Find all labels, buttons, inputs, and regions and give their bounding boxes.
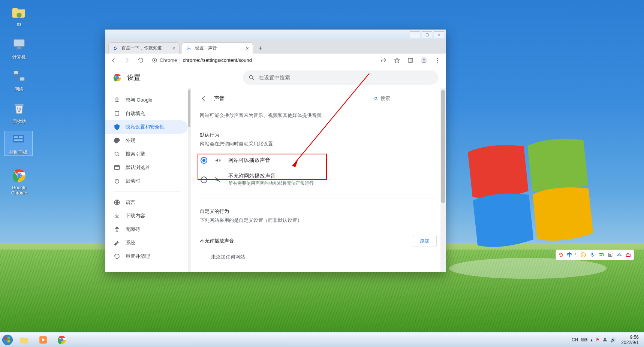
radio-block-sound[interactable]: 不允许网站播放声音 所有需要使用声音的功能都将无法正常运行 xyxy=(200,168,437,191)
share-button[interactable] xyxy=(378,55,389,66)
page-search-input[interactable] xyxy=(380,96,436,101)
side-nav-scrollbar[interactable] xyxy=(188,88,191,272)
forward-button[interactable] xyxy=(122,55,132,66)
skin-icon[interactable] xyxy=(607,251,614,258)
svg-rect-19 xyxy=(592,253,593,255)
nav-accessibility[interactable]: 无障碍 xyxy=(105,223,188,236)
minimize-button[interactable]: — xyxy=(410,31,420,38)
address-bar[interactable]: Chrome | chrome://settings/content/sound xyxy=(149,57,375,63)
hanger-icon[interactable] xyxy=(616,251,623,258)
bookmark-button[interactable] xyxy=(392,55,402,66)
tray-flag-icon[interactable]: ⚑ xyxy=(596,337,600,343)
computer-icon xyxy=(11,36,27,52)
custom-behavior-subtitle: 下列网站采用的是自定义设置（而非默认设置） xyxy=(200,217,437,224)
tray-language-indicator[interactable]: CH xyxy=(572,337,578,343)
content-scrollbar[interactable] xyxy=(440,88,446,272)
tray-volume-icon[interactable]: 🔊 xyxy=(610,337,616,343)
nav-default-browser[interactable]: 默认浏览器 xyxy=(105,161,188,174)
radio-button[interactable] xyxy=(201,157,207,164)
nav-search-engine[interactable]: 搜索引擎 xyxy=(105,147,188,161)
browser-icon xyxy=(114,164,120,171)
nav-downloads[interactable]: 下载内容 xyxy=(105,209,188,223)
ime-mode-label[interactable]: 中 xyxy=(567,251,572,258)
close-window-button[interactable]: ✕ xyxy=(434,31,444,38)
desktop-icon-label: 计算机 xyxy=(12,54,26,60)
task-explorer[interactable] xyxy=(15,333,33,347)
svg-point-16 xyxy=(581,253,586,257)
nav-label: 自动填充 xyxy=(126,110,145,117)
svg-line-44 xyxy=(118,155,119,156)
radio-allow-sound[interactable]: 网站可以播放声音 xyxy=(200,153,437,168)
back-button[interactable] xyxy=(200,95,207,102)
system-tray[interactable]: CH ⌨ ▴ ⚑ 🖧 🔊 9:56 2022/9/1 xyxy=(572,333,644,347)
task-chrome[interactable] xyxy=(53,333,71,347)
desktop-icon-label: ns xyxy=(17,22,22,27)
svg-rect-8 xyxy=(14,136,18,138)
settings-content[interactable]: 声音 网站可能会播放声音来为音乐、视频和其他媒体提供音频 默认行为 网站会在您访… xyxy=(191,88,440,272)
desktop[interactable]: ns 计算机 网络 回收站 控制面板 Google Chrome xyxy=(0,0,644,347)
svg-rect-6 xyxy=(15,104,23,105)
search-icon xyxy=(374,96,378,101)
tab-strip[interactable]: 百度一下，你就知道 × 设置 - 声音 × + xyxy=(105,40,446,54)
desktop-icon-recycle-bin[interactable]: 回收站 xyxy=(5,100,33,125)
desktop-icon-network[interactable]: 网络 xyxy=(5,68,33,93)
svg-rect-3 xyxy=(16,49,22,50)
toolbox-icon[interactable] xyxy=(625,251,632,258)
settings-side-nav[interactable]: 您与 Google 自动填充 隐私设置和安全性 外观 搜索引擎 默认浏览器 启动… xyxy=(105,88,188,272)
side-panel-button[interactable] xyxy=(405,55,416,66)
nav-on-startup[interactable]: 启动时 xyxy=(105,174,188,188)
scrollbar-thumb[interactable] xyxy=(441,90,445,203)
close-tab-button[interactable]: × xyxy=(172,45,175,51)
nav-you-and-google[interactable]: 您与 Google xyxy=(105,93,188,107)
wrench-icon xyxy=(114,239,120,246)
settings-search-box[interactable] xyxy=(243,70,438,85)
nav-autofill[interactable]: 自动填充 xyxy=(105,107,188,120)
globe-icon xyxy=(114,199,120,206)
nav-privacy-security[interactable]: 隐私设置和安全性 xyxy=(105,120,188,134)
svg-rect-5 xyxy=(20,77,25,81)
desktop-icon-label: 回收站 xyxy=(12,119,26,124)
tab-baidu[interactable]: 百度一下，你就知道 × xyxy=(108,42,180,54)
svg-line-54 xyxy=(377,99,377,100)
desktop-icon-computer[interactable]: 计算机 xyxy=(5,36,33,60)
page-search-box[interactable] xyxy=(373,95,437,102)
start-button[interactable] xyxy=(0,332,15,347)
back-button[interactable] xyxy=(108,55,119,66)
new-tab-button[interactable]: + xyxy=(255,43,266,54)
tab-settings-sound[interactable]: 设置 - 声音 × xyxy=(182,42,253,54)
add-blocked-site-button[interactable]: 添加 xyxy=(413,235,437,247)
nav-system[interactable]: 系统 xyxy=(105,236,188,250)
menu-button[interactable] xyxy=(432,55,443,66)
radio-button[interactable] xyxy=(201,176,207,183)
tray-ime-icon[interactable]: ⌨ xyxy=(581,337,587,343)
maximize-button[interactable]: ▢ xyxy=(422,31,432,38)
desktop-icon-control-panel[interactable]: 控制面板 xyxy=(4,131,32,156)
taskbar[interactable]: CH ⌨ ▴ ⚑ 🖧 🔊 9:56 2022/9/1 xyxy=(0,332,644,347)
folder-icon xyxy=(11,4,27,20)
window-titlebar[interactable]: — ▢ ✕ xyxy=(105,30,446,40)
nav-label: 您与 Google xyxy=(126,97,153,103)
nav-appearance[interactable]: 外观 xyxy=(105,134,188,147)
sogou-ime-toolbar[interactable]: 中 °, xyxy=(556,250,634,260)
nav-label: 无障碍 xyxy=(126,226,140,233)
task-media-player[interactable] xyxy=(34,333,52,347)
keyboard-icon[interactable] xyxy=(598,251,605,258)
emoji-icon[interactable] xyxy=(580,251,587,258)
tray-chevron-up-icon[interactable]: ▴ xyxy=(590,337,593,343)
clock-time: 9:56 xyxy=(621,335,639,340)
close-tab-button[interactable]: × xyxy=(246,45,249,51)
nav-label: 默认浏览器 xyxy=(126,164,150,171)
nav-languages[interactable]: 语言 xyxy=(105,196,188,209)
scrollbar-thumb[interactable] xyxy=(188,90,190,127)
mic-icon[interactable] xyxy=(589,251,596,258)
desktop-icon-chrome[interactable]: Google Chrome xyxy=(5,167,33,196)
tray-clock[interactable]: 9:56 2022/9/1 xyxy=(619,333,641,347)
tray-network-icon[interactable]: 🖧 xyxy=(603,337,607,343)
nav-extensions[interactable]: 扩展程序 xyxy=(105,271,188,272)
reload-button[interactable] xyxy=(135,55,146,66)
desktop-icon-ns[interactable]: ns xyxy=(5,4,33,27)
nav-reset[interactable]: 重置并清理 xyxy=(105,250,188,263)
ime-punct-icon[interactable]: °, xyxy=(574,252,578,258)
profile-button[interactable] xyxy=(419,55,429,66)
settings-search-input[interactable] xyxy=(259,75,433,81)
